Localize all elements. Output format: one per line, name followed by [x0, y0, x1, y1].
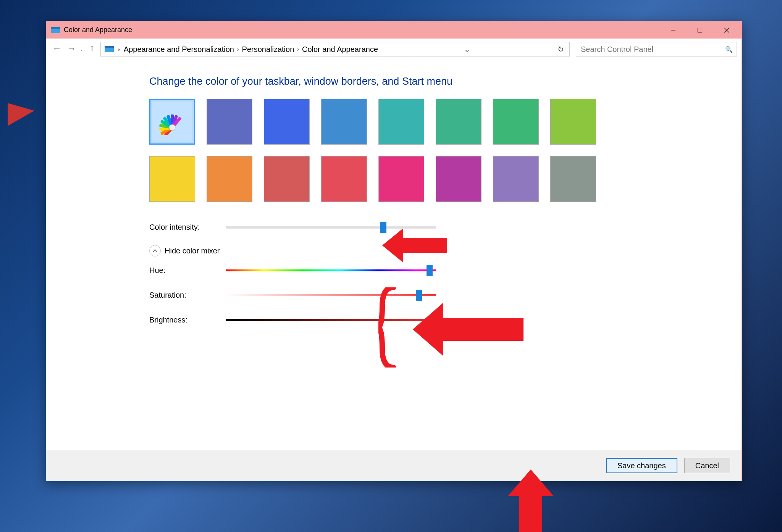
- address-dropdown-button[interactable]: ⌄: [464, 45, 471, 54]
- color-and-appearance-window: Color and Appearance 🠔 🠖 ⌄ 🠕 « Appearanc…: [46, 21, 742, 481]
- color-swatch-grid: [149, 99, 726, 202]
- page-heading: Change the color of your taskbar, window…: [149, 76, 726, 87]
- maximize-button[interactable]: [687, 21, 713, 39]
- search-icon[interactable]: 🔍: [725, 46, 733, 53]
- nav-back-button[interactable]: 🠔: [51, 43, 63, 55]
- control-panel-icon: [105, 45, 114, 53]
- breadcrumb-item-appearance[interactable]: Appearance and Personalization: [122, 45, 236, 54]
- color-swatch[interactable]: [550, 156, 596, 202]
- color-swatch[interactable]: [550, 99, 596, 145]
- hue-row: Hue:: [149, 266, 726, 275]
- color-swatch[interactable]: [378, 99, 424, 145]
- window-title: Color and Appearance: [64, 26, 132, 34]
- svg-marker-0: [8, 103, 34, 126]
- color-swatch-automatic[interactable]: [149, 99, 195, 145]
- svg-marker-21: [413, 303, 523, 356]
- brightness-slider[interactable]: [226, 319, 436, 321]
- brightness-label: Brightness:: [149, 316, 226, 324]
- color-swatch[interactable]: [264, 156, 310, 202]
- close-button[interactable]: [713, 21, 740, 39]
- svg-rect-8: [105, 46, 114, 48]
- annotation-arrow-mixer: [413, 301, 527, 358]
- hue-slider[interactable]: [226, 269, 436, 271]
- nav-toolbar: 🠔 🠖 ⌄ 🠕 « Appearance and Personalization…: [46, 39, 742, 60]
- color-swatch[interactable]: [378, 156, 424, 202]
- color-swatch[interactable]: [207, 99, 252, 145]
- decorative-flag: [8, 103, 38, 149]
- annotation-arrow-intensity: [382, 224, 451, 266]
- save-changes-button[interactable]: Save changes: [606, 458, 677, 473]
- saturation-thumb[interactable]: [416, 290, 422, 301]
- annotation-arrow-save: [506, 469, 556, 532]
- color-swatch[interactable]: [436, 99, 481, 145]
- color-mixer-toggle-label: Hide color mixer: [165, 247, 220, 255]
- saturation-slider[interactable]: [226, 294, 436, 296]
- color-swatch[interactable]: [264, 99, 310, 145]
- cancel-button[interactable]: Cancel: [684, 458, 730, 473]
- saturation-row: Saturation:: [149, 291, 726, 300]
- color-intensity-label: Color intensity:: [149, 223, 226, 232]
- content-area: Change the color of your taskbar, window…: [46, 60, 742, 450]
- breadcrumb-item-personalization[interactable]: Personalization: [241, 45, 296, 54]
- window-controls: [660, 21, 740, 39]
- hue-thumb[interactable]: [427, 265, 433, 276]
- minimize-button[interactable]: [660, 21, 687, 39]
- color-swatch[interactable]: [493, 156, 539, 202]
- titlebar: Color and Appearance: [46, 21, 742, 39]
- nav-up-button[interactable]: 🠕: [86, 43, 98, 55]
- chevron-right-icon[interactable]: ›: [296, 46, 301, 52]
- breadcrumb-bar[interactable]: « Appearance and Personalization › Perso…: [100, 42, 570, 56]
- breadcrumb-ellipsis[interactable]: «: [116, 46, 122, 52]
- svg-rect-4: [698, 28, 702, 32]
- chevron-right-icon[interactable]: ›: [236, 46, 241, 52]
- svg-point-19: [169, 124, 175, 131]
- color-swatch[interactable]: [149, 156, 195, 202]
- color-swatch[interactable]: [436, 156, 481, 202]
- saturation-label: Saturation:: [149, 291, 226, 300]
- nav-forward-button[interactable]: 🠖: [65, 43, 78, 55]
- annotation-brace: [378, 287, 399, 368]
- svg-marker-22: [508, 469, 554, 532]
- breadcrumb-item-color[interactable]: Color and Appearance: [301, 45, 380, 54]
- chevron-up-icon[interactable]: [149, 245, 161, 256]
- color-swatch[interactable]: [207, 156, 252, 202]
- search-input[interactable]: [580, 45, 725, 54]
- color-swatch[interactable]: [493, 99, 539, 145]
- nav-history-dropdown[interactable]: ⌄: [80, 47, 84, 52]
- window-icon: [51, 26, 60, 34]
- svg-marker-20: [382, 228, 447, 263]
- search-box[interactable]: 🔍: [576, 42, 737, 56]
- refresh-button[interactable]: ↻: [555, 45, 566, 54]
- color-swatch[interactable]: [321, 99, 367, 145]
- hue-label: Hue:: [149, 266, 226, 275]
- color-swatch[interactable]: [321, 156, 367, 202]
- dialog-footer: Save changes Cancel: [46, 450, 742, 481]
- svg-rect-2: [51, 27, 60, 29]
